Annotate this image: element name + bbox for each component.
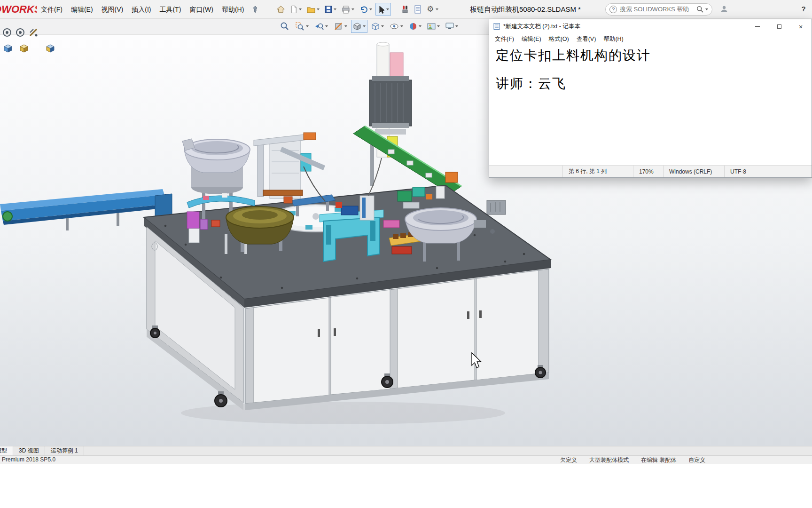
print-button[interactable] — [340, 3, 356, 16]
notepad-menubar: 文件(F) 编辑(E) 格式(O) 查看(V) 帮助(H) — [489, 33, 812, 45]
chevron-down-icon — [386, 8, 389, 10]
measure-button[interactable] — [27, 26, 39, 39]
person-icon — [720, 5, 728, 13]
notepad-text-line — [496, 63, 805, 77]
standard-toolbar — [274, 3, 440, 16]
tab-model[interactable]: 模型 — [0, 446, 13, 455]
menu-help[interactable]: 帮助(H) — [218, 0, 248, 19]
target-circle-icon — [15, 27, 25, 38]
minimize-button[interactable] — [747, 19, 768, 33]
search-input[interactable]: ? 搜索 SOLIDWORKS 帮助 — [605, 3, 712, 16]
options-button[interactable] — [425, 3, 440, 16]
chevron-down-icon — [334, 8, 336, 10]
left-view-tools — [1, 26, 39, 39]
apply-scene-button[interactable] — [425, 20, 442, 33]
new-document-button[interactable] — [289, 3, 304, 16]
chevron-down-icon[interactable] — [705, 8, 708, 10]
assembly-cube-blue-icon — [3, 43, 13, 54]
open-button[interactable] — [305, 3, 321, 16]
chevron-down-icon — [400, 25, 403, 27]
chevron-down-icon — [299, 8, 302, 10]
notepad-encoding: UTF-8 — [724, 166, 812, 177]
menu-edit[interactable]: 编辑(E) — [67, 0, 97, 19]
undo-button[interactable] — [358, 3, 374, 16]
notepad-menu-edit[interactable]: 编辑(E) — [518, 35, 545, 43]
home-button[interactable] — [274, 3, 287, 16]
document-title: 板链自动组装机5080-02.SLDASM * — [470, 0, 581, 19]
home-icon — [276, 5, 285, 14]
assembly-cube-mixed-icon — [45, 43, 55, 54]
status-bar: Premium 2018 SP5.0 欠定义 大型装配体模式 在编辑 装配体 自… — [0, 455, 812, 464]
edit-appearance-icon — [409, 22, 417, 31]
status-editing-assembly: 在编辑 装配体 — [641, 456, 676, 464]
close-button[interactable] — [790, 19, 812, 33]
toolbox-addin-button[interactable] — [399, 3, 411, 16]
search-icon[interactable] — [696, 6, 704, 13]
notepad-window-title: *新建文本文档 (2).txt - 记事本 — [503, 23, 747, 31]
menu-tools[interactable]: 工具(T) — [155, 0, 185, 19]
solidworks-logo: SOLIDWORKS — [0, 0, 37, 19]
measure-icon — [28, 27, 39, 38]
notepad-titlebar[interactable]: *新建文本文档 (2).txt - 记事本 — [489, 19, 812, 33]
section-view-icon — [334, 22, 343, 31]
menu-view[interactable]: 视图(V) — [97, 0, 128, 19]
notepad-text-area[interactable]: 定位卡扣上料机构的设计 讲师：云飞 — [489, 45, 812, 165]
chevron-down-icon — [455, 25, 458, 27]
user-account-button[interactable] — [720, 5, 728, 15]
assembly-cube-yellow-button[interactable] — [18, 42, 30, 55]
chevron-down-icon — [351, 8, 354, 10]
open-icon — [307, 6, 315, 13]
previous-view-icon — [314, 22, 324, 31]
zoom-area-button[interactable] — [293, 20, 311, 33]
notepad-text-line: 定位卡扣上料机构的设计 — [496, 48, 805, 63]
view-settings-icon — [445, 23, 454, 30]
chevron-down-icon — [381, 25, 384, 27]
notepad-menu-file[interactable]: 文件(F) — [491, 35, 518, 43]
target-circle-button[interactable] — [1, 26, 13, 39]
edit-appearance-button[interactable] — [407, 20, 423, 33]
toolbox-addin-icon — [401, 5, 409, 14]
display-style-button[interactable] — [369, 20, 386, 33]
search-help-icon: ? — [609, 6, 617, 13]
menu-insert[interactable]: 插入(I) — [127, 0, 155, 19]
maximize-button[interactable] — [768, 19, 790, 33]
assembly-cube-blue-button[interactable] — [2, 42, 14, 55]
zoom-fit-button[interactable] — [278, 20, 291, 33]
minimize-icon — [755, 26, 760, 27]
assembly-cube-mixed-button[interactable] — [44, 42, 56, 55]
display-style-icon — [371, 22, 380, 31]
target-circle-button[interactable] — [14, 26, 26, 39]
tab-3d-views[interactable]: 3D 视图 — [13, 446, 45, 455]
design-report-icon — [414, 5, 422, 14]
menu-file[interactable]: 文件(F) — [37, 0, 67, 19]
notepad-line-col: 第 6 行, 第 1 列 — [562, 166, 633, 177]
headsup-toolbar — [278, 20, 460, 33]
help-button[interactable] — [799, 4, 808, 14]
section-view-button[interactable] — [332, 20, 349, 33]
status-customize[interactable]: 自定义 — [688, 456, 705, 464]
view-orientation-button[interactable] — [351, 20, 367, 33]
chevron-down-icon — [436, 8, 438, 10]
pin-icon[interactable] — [252, 6, 258, 13]
notepad-icon — [493, 23, 500, 30]
select-cursor-button[interactable] — [375, 3, 391, 16]
status-large-assembly-mode: 大型装配体模式 — [589, 456, 629, 464]
previous-view-button[interactable] — [312, 20, 330, 33]
hide-show-items-button[interactable] — [388, 20, 405, 33]
status-version: Premium 2018 SP5.0 — [2, 456, 55, 463]
notepad-menu-help[interactable]: 帮助(H) — [600, 35, 627, 43]
notepad-window[interactable]: *新建文本文档 (2).txt - 记事本 文件(F) 编辑(E) 格式(O) … — [489, 19, 812, 178]
maximize-icon — [777, 24, 781, 29]
view-settings-button[interactable] — [444, 20, 460, 33]
bottom-tabs-bar: 模型 3D 视图 运动算例 1 — [0, 446, 812, 455]
notepad-menu-format[interactable]: 格式(O) — [545, 35, 573, 43]
notepad-menu-view[interactable]: 查看(V) — [573, 35, 600, 43]
design-report-button[interactable] — [412, 3, 423, 16]
apply-scene-icon — [427, 23, 436, 30]
tab-motion-study[interactable]: 运动算例 1 — [45, 446, 84, 455]
chevron-down-icon — [369, 8, 372, 10]
save-button[interactable] — [323, 3, 338, 16]
new-document-icon — [290, 5, 297, 14]
menu-window[interactable]: 窗口(W) — [185, 0, 218, 19]
chevron-down-icon — [419, 25, 422, 27]
